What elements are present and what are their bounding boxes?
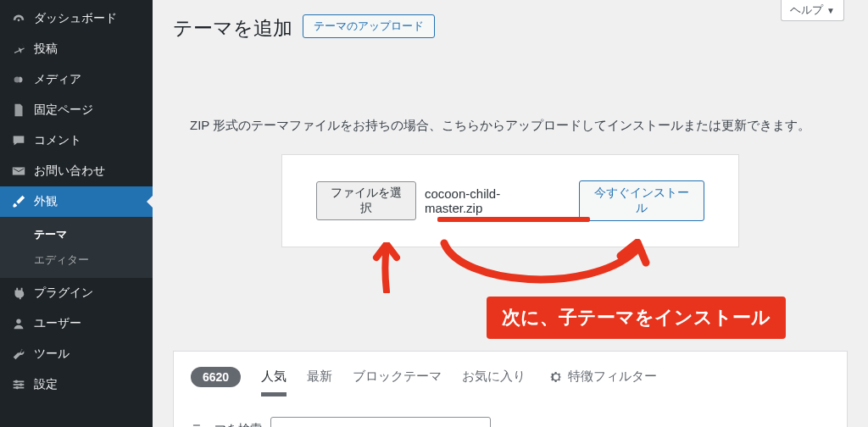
sidebar-item-settings[interactable]: 設定 <box>0 369 153 400</box>
pin-icon <box>10 41 27 58</box>
search-label: テーマを検索 <box>191 422 262 427</box>
brush-icon <box>10 193 27 210</box>
submenu-item-editor[interactable]: エディター <box>0 247 153 273</box>
sidebar-item-plugins[interactable]: プラグイン <box>0 278 153 308</box>
sidebar-item-pages[interactable]: 固定ページ <box>0 95 153 125</box>
dashboard-icon <box>10 10 27 27</box>
sidebar-item-media[interactable]: メディア <box>0 64 153 95</box>
filter-tab-feature-filter[interactable]: 特徴フィルター <box>549 365 657 388</box>
media-icon <box>10 71 27 88</box>
filter-tab-favorites[interactable]: お気に入り <box>462 365 526 388</box>
upload-theme-button[interactable]: テーマのアップロード <box>303 14 435 38</box>
svg-point-7 <box>19 383 23 386</box>
sidebar-item-appearance[interactable]: 外観 <box>0 186 153 217</box>
help-tab-label: ヘルプ <box>790 3 823 18</box>
choose-file-button[interactable]: ファイルを選択 <box>316 181 416 220</box>
page-title: テーマを追加 <box>173 10 292 42</box>
admin-sidebar: ダッシュボード 投稿 メディア 固定ページ コメント <box>0 0 153 427</box>
theme-search-row: テーマを検索 <box>191 417 830 427</box>
sidebar-item-comments[interactable]: コメント <box>0 125 153 156</box>
sidebar-item-tools[interactable]: ツール <box>0 339 153 369</box>
filter-tab-latest[interactable]: 最新 <box>307 365 332 388</box>
theme-search-input[interactable] <box>270 417 491 427</box>
page-icon <box>10 102 27 119</box>
sidebar-item-label: ツール <box>34 347 70 362</box>
comment-icon <box>10 132 27 149</box>
sidebar-item-contact[interactable]: お問い合わせ <box>0 156 153 186</box>
sidebar-submenu-appearance: テーマ エディター <box>0 217 153 278</box>
annotation-curve-arrow-icon <box>436 239 656 298</box>
sidebar-item-label: メディア <box>34 72 81 87</box>
sidebar-item-label: プラグイン <box>34 286 93 301</box>
user-icon <box>10 315 27 332</box>
svg-point-2 <box>16 319 20 324</box>
annotation-label: 次に、子テーマをインストール <box>487 297 786 339</box>
upload-form: ファイルを選択 cocoon-child-master.zip 今すぐインストー… <box>281 154 739 247</box>
submenu-item-themes[interactable]: テーマ <box>0 222 153 247</box>
svg-point-1 <box>14 76 20 82</box>
sidebar-item-label: ダッシュボード <box>34 11 117 26</box>
sidebar-item-label: お問い合わせ <box>34 164 105 179</box>
selected-filename: cocoon-child-master.zip <box>425 186 550 215</box>
svg-point-0 <box>18 19 20 21</box>
sidebar-item-posts[interactable]: 投稿 <box>0 34 153 64</box>
svg-point-6 <box>15 380 19 384</box>
settings-icon <box>10 376 27 393</box>
sidebar-item-label: 外観 <box>34 194 58 209</box>
filter-tab-block[interactable]: ブロックテーマ <box>353 365 442 388</box>
wrench-icon <box>10 346 27 363</box>
annotation-arrow-up-icon <box>370 242 403 293</box>
sidebar-item-label: 固定ページ <box>34 103 93 118</box>
mail-icon <box>10 163 27 180</box>
help-tab[interactable]: ヘルプ ▼ <box>781 0 844 21</box>
svg-point-8 <box>15 386 19 390</box>
filter-tabs: 6620 人気 最新 ブロックテーマ お気に入り 特徴フィルター <box>191 365 830 388</box>
gear-icon <box>549 370 563 384</box>
feature-filter-label: 特徴フィルター <box>568 369 657 385</box>
sidebar-item-label: ユーザー <box>34 316 81 331</box>
theme-filter-panel: 6620 人気 最新 ブロックテーマ お気に入り 特徴フィルター テーマを検索 <box>173 351 848 427</box>
upload-instruction: ZIP 形式のテーマファイルをお持ちの場合、こちらからアップロードしてインストー… <box>173 118 848 134</box>
sidebar-item-dashboard[interactable]: ダッシュボード <box>0 3 153 34</box>
sidebar-item-users[interactable]: ユーザー <box>0 308 153 339</box>
main-content: ヘルプ ▼ テーマを追加 テーマのアップロード ZIP 形式のテーマファイルをお… <box>153 0 868 427</box>
plug-icon <box>10 285 27 302</box>
sidebar-item-label: 投稿 <box>34 42 58 57</box>
theme-count-badge: 6620 <box>191 367 241 387</box>
install-now-button[interactable]: 今すぐインストール <box>579 180 704 221</box>
filter-tab-popular[interactable]: 人気 <box>261 365 287 388</box>
annotation-overlay: 次に、子テーマをインストール <box>173 247 848 341</box>
sidebar-item-label: コメント <box>34 133 81 148</box>
chevron-down-icon: ▼ <box>826 6 835 15</box>
sidebar-item-label: 設定 <box>34 377 58 392</box>
